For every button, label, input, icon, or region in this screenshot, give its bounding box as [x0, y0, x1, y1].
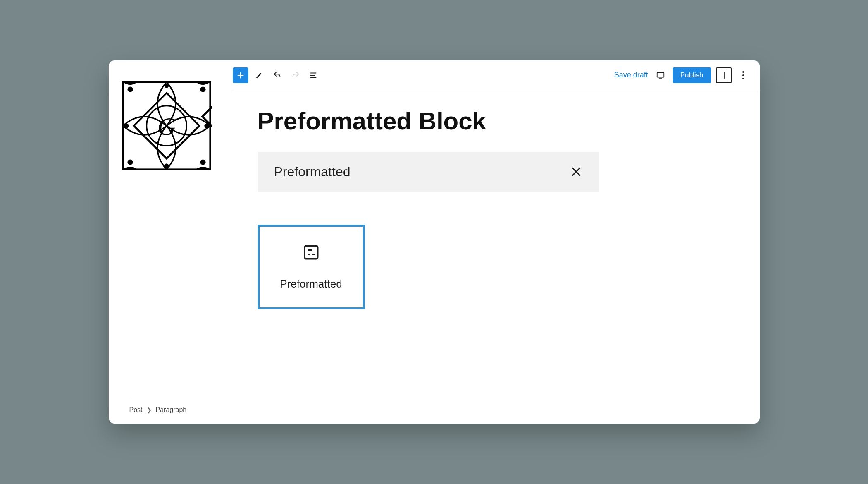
svg-point-10 — [164, 163, 169, 168]
svg-point-5 — [127, 86, 133, 92]
plus-icon — [236, 71, 245, 80]
publish-button[interactable]: Publish — [673, 67, 711, 83]
svg-point-7 — [127, 159, 133, 165]
sidebar-icon — [719, 71, 728, 80]
editor-window: G — [109, 60, 760, 424]
svg-rect-16 — [305, 246, 318, 259]
svg-point-6 — [200, 86, 205, 92]
block-search-input[interactable] — [274, 164, 568, 180]
search-results: Preformatted — [258, 192, 735, 309]
site-logo[interactable]: G — [121, 80, 212, 171]
tools-button[interactable] — [252, 68, 267, 83]
svg-point-8 — [200, 159, 205, 165]
top-toolbar: Save draft Publish — [233, 60, 760, 90]
preview-button[interactable] — [653, 68, 668, 83]
more-options-button[interactable] — [737, 67, 750, 83]
desktop-preview-icon — [656, 71, 665, 80]
breadcrumb: Post ❯ Paragraph — [129, 400, 237, 414]
chevron-right-icon: ❯ — [147, 407, 152, 413]
svg-point-11 — [124, 124, 129, 128]
block-search-row — [258, 152, 599, 192]
site-logo-column: G — [109, 60, 233, 424]
settings-sidebar-toggle[interactable] — [716, 67, 732, 83]
undo-icon — [273, 71, 282, 80]
clear-search-button[interactable] — [568, 163, 584, 180]
undo-button[interactable] — [270, 68, 285, 83]
block-result-preformatted[interactable]: Preformatted — [258, 225, 365, 309]
svg-point-12 — [204, 124, 209, 128]
edit-pencil-icon — [255, 71, 264, 80]
redo-button — [288, 68, 303, 83]
svg-rect-13 — [657, 72, 664, 77]
kebab-menu-icon — [742, 71, 744, 79]
svg-point-9 — [164, 84, 169, 88]
add-block-button[interactable] — [233, 67, 248, 83]
redo-icon — [291, 71, 300, 80]
save-draft-button[interactable]: Save draft — [614, 71, 648, 79]
editor-main: Save draft Publish Preformatted Block — [233, 60, 760, 424]
breadcrumb-current[interactable]: Paragraph — [156, 406, 187, 414]
gutenberg-logo-icon: G — [121, 80, 212, 171]
document-overview-button[interactable] — [306, 68, 321, 83]
editor-body: Preformatted Block Preformatted — [233, 90, 760, 424]
list-view-icon — [309, 71, 318, 80]
page-title[interactable]: Preformatted Block — [258, 107, 735, 135]
close-icon — [570, 165, 582, 178]
block-result-label: Preformatted — [280, 278, 342, 290]
breadcrumb-root[interactable]: Post — [129, 406, 143, 414]
preformatted-block-icon — [303, 244, 320, 261]
